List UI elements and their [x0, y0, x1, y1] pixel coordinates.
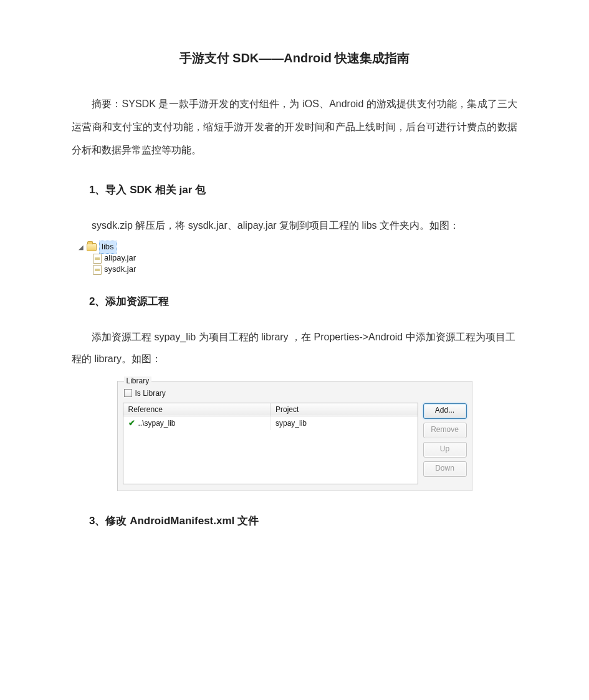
- library-button-column: Add... Remove Up Down: [423, 403, 467, 484]
- section-1-body: sysdk.zip 解压后，将 sysdk.jar、alipay.jar 复制到…: [72, 214, 517, 236]
- library-groupbox: Library Is Library Reference Project: [117, 381, 472, 491]
- section-1-heading: 1、导入 SDK 相关 jar 包: [89, 183, 517, 197]
- section-1-body-text: sysdk.zip 解压后，将 sysdk.jar、alipay.jar 复制到…: [92, 220, 459, 231]
- document-title: 手游支付 SDK——Android 快速集成指南: [72, 50, 517, 67]
- abstract-paragraph: 摘要：SYSDK 是一款手游开发的支付组件，为 iOS、Android 的游戏提…: [72, 93, 517, 161]
- library-table-row[interactable]: ✔ ..\sypay_lib sypay_lib: [123, 416, 418, 430]
- tree-folder-label: libs: [99, 241, 117, 254]
- remove-button[interactable]: Remove: [423, 423, 467, 438]
- library-table[interactable]: Reference Project ✔ ..\sypay_lib: [123, 403, 418, 484]
- jar-file-icon: [93, 265, 102, 275]
- library-reference-cell: ..\sypay_lib: [138, 419, 176, 428]
- section-2-heading: 2、添加资源工程: [89, 294, 517, 309]
- tree-file-label: sysdk.jar: [104, 264, 136, 276]
- library-project-cell: sypay_lib: [271, 416, 418, 430]
- tree-folder-row[interactable]: ◢ libs: [78, 242, 517, 253]
- is-library-checkbox[interactable]: [124, 389, 132, 397]
- tree-file-row[interactable]: sysdk.jar: [78, 264, 517, 276]
- section-2-body-text: 添加资源工程 sypay_lib 为项目工程的 library ，在 Prope…: [72, 332, 515, 364]
- folder-icon: [87, 243, 97, 251]
- tree-file-label: alipay.jar: [104, 252, 136, 264]
- library-groupbox-legend: Library: [124, 376, 152, 385]
- section-3-heading: 3、修改 AndroidManifest.xml 文件: [89, 514, 517, 528]
- is-library-label: Is Library: [135, 389, 166, 398]
- library-table-wrap: Reference Project ✔ ..\sypay_lib: [123, 403, 418, 484]
- library-table-empty-area: [123, 430, 418, 484]
- section-2-body: 添加资源工程 sypay_lib 为项目工程的 library ，在 Prope…: [72, 326, 517, 370]
- jar-file-icon: [93, 254, 102, 264]
- library-col-reference[interactable]: Reference: [123, 403, 271, 416]
- tree-file-row[interactable]: alipay.jar: [78, 253, 517, 264]
- abstract-text: 摘要：SYSDK 是一款手游开发的支付组件，为 iOS、Android 的游戏提…: [72, 98, 517, 155]
- tree-expander-icon[interactable]: ◢: [78, 244, 84, 251]
- up-button[interactable]: Up: [423, 442, 467, 458]
- library-col-project[interactable]: Project: [271, 403, 418, 416]
- is-library-row[interactable]: Is Library: [124, 389, 467, 398]
- library-panel-figure: Library Is Library Reference Project: [72, 381, 517, 491]
- check-icon: ✔: [128, 419, 135, 427]
- down-button[interactable]: Down: [423, 461, 467, 477]
- add-button[interactable]: Add...: [423, 403, 467, 419]
- libs-tree-view: ◢ libs alipay.jar sysdk.jar: [78, 242, 517, 276]
- document-page: 手游支付 SDK——Android 快速集成指南 摘要：SYSDK 是一款手游开…: [0, 0, 589, 700]
